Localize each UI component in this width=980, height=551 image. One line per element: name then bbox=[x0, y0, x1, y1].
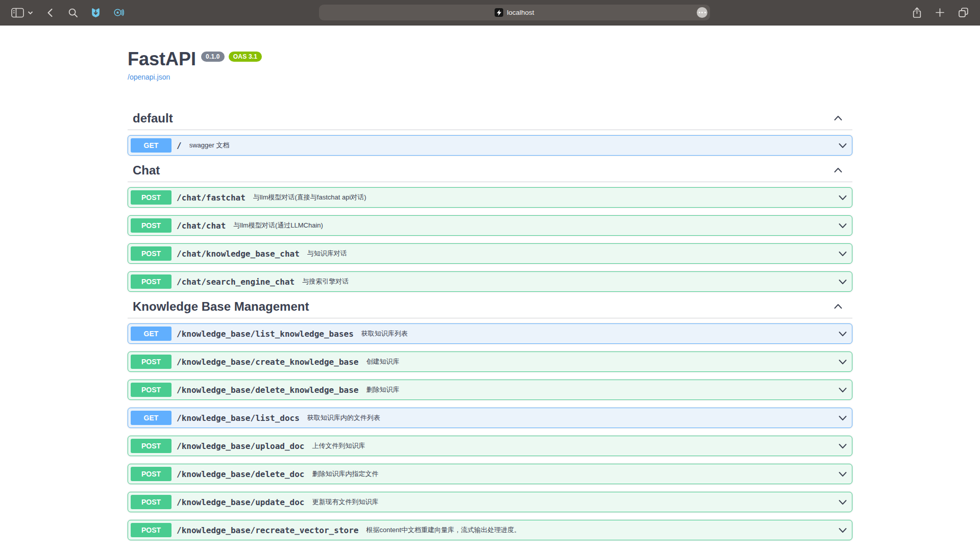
endpoint-path: /chat/search_engine_chat bbox=[177, 277, 295, 287]
api-tag-section: Knowledge Base Management GET /knowledge… bbox=[128, 299, 852, 540]
back-icon[interactable] bbox=[45, 8, 56, 18]
api-sections: default GET / swagger 文档 Chat bbox=[128, 111, 852, 540]
section-title: Chat bbox=[133, 163, 160, 178]
endpoint-description: 上传文件到知识库 bbox=[312, 441, 365, 450]
method-badge: POST bbox=[131, 190, 172, 205]
collapse-section-button[interactable] bbox=[833, 113, 843, 123]
endpoint-description: 与llm模型对话(通过LLMChain) bbox=[233, 221, 323, 230]
expand-endpoint-button[interactable] bbox=[838, 357, 848, 367]
endpoint-row[interactable]: GET /knowledge_base/list_knowledge_bases… bbox=[128, 323, 852, 344]
method-badge: POST bbox=[131, 467, 172, 481]
method-badge: POST bbox=[131, 439, 172, 453]
section-title: Knowledge Base Management bbox=[133, 299, 309, 314]
expand-endpoint-button[interactable] bbox=[838, 277, 848, 287]
endpoint-description: 删除知识库内指定文件 bbox=[312, 469, 378, 479]
endpoint-path: /knowledge_base/delete_knowledge_base bbox=[177, 385, 358, 395]
expand-endpoint-button[interactable] bbox=[838, 441, 848, 451]
endpoint-path: /knowledge_base/update_doc bbox=[177, 497, 304, 507]
endpoint-description: 根据content中文档重建向量库，流式输出处理进度。 bbox=[366, 525, 521, 535]
page-title: FastAPI bbox=[128, 49, 196, 69]
endpoint-path: /knowledge_base/delete_doc bbox=[177, 469, 304, 479]
endpoint-row[interactable]: POST /knowledge_base/delete_knowledge_ba… bbox=[128, 380, 852, 400]
expand-endpoint-button[interactable] bbox=[838, 497, 848, 507]
endpoint-description: 与llm模型对话(直接与fastchat api对话) bbox=[253, 193, 366, 202]
endpoint-row[interactable]: POST /chat/chat 与llm模型对话(通过LLMChain) bbox=[128, 215, 852, 236]
endpoint-path: /knowledge_base/recreate_vector_store bbox=[177, 525, 358, 535]
expand-endpoint-button[interactable] bbox=[838, 413, 848, 423]
section-operations: GET /knowledge_base/list_knowledge_bases… bbox=[128, 323, 852, 540]
method-badge: GET bbox=[131, 411, 172, 425]
method-badge: POST bbox=[131, 246, 172, 261]
endpoint-row[interactable]: POST /knowledge_base/update_doc 更新现有文件到知… bbox=[128, 492, 852, 512]
endpoint-path: /knowledge_base/list_knowledge_bases bbox=[177, 329, 354, 339]
oas-badge: OAS 3.1 bbox=[229, 52, 262, 62]
new-tab-icon[interactable] bbox=[935, 8, 945, 17]
endpoint-description: 更新现有文件到知识库 bbox=[312, 497, 378, 507]
endpoint-row[interactable]: GET / swagger 文档 bbox=[128, 135, 852, 156]
endpoint-description: 删除知识库 bbox=[366, 385, 399, 394]
expand-endpoint-button[interactable] bbox=[838, 248, 848, 259]
section-header[interactable]: Chat bbox=[128, 163, 852, 182]
expand-endpoint-button[interactable] bbox=[838, 192, 848, 203]
tab-overview-icon[interactable] bbox=[958, 7, 969, 18]
collapse-section-button[interactable] bbox=[833, 302, 843, 312]
expand-endpoint-button[interactable] bbox=[838, 469, 848, 479]
swagger-ui-page: FastAPI 0.1.0 OAS 3.1 /openapi.json defa… bbox=[0, 26, 980, 551]
api-tag-section: Chat POST /chat/fastchat 与llm模型对话(直接与fas… bbox=[128, 163, 852, 292]
endpoint-path: /knowledge_base/create_knowledge_base bbox=[177, 357, 358, 367]
endpoint-row[interactable]: POST /chat/search_engine_chat 与搜索引擎对话 bbox=[128, 271, 852, 292]
method-badge: POST bbox=[131, 355, 172, 369]
endpoint-description: 创建知识库 bbox=[366, 357, 399, 366]
method-badge: POST bbox=[131, 523, 172, 537]
collapse-section-button[interactable] bbox=[833, 165, 843, 176]
section-title: default bbox=[133, 111, 173, 126]
endpoint-path: /chat/fastchat bbox=[177, 193, 246, 203]
expand-endpoint-button[interactable] bbox=[838, 329, 848, 339]
extension-shield-download-icon[interactable] bbox=[90, 7, 101, 18]
expand-endpoint-button[interactable] bbox=[838, 220, 848, 231]
endpoint-path: /chat/chat bbox=[177, 221, 226, 231]
endpoint-row[interactable]: POST /knowledge_base/delete_doc 删除知识库内指定… bbox=[128, 464, 852, 484]
endpoint-path: /knowledge_base/list_docs bbox=[177, 413, 300, 423]
expand-endpoint-button[interactable] bbox=[838, 385, 848, 395]
site-favicon-icon bbox=[495, 8, 503, 17]
openapi-json-link[interactable]: /openapi.json bbox=[128, 73, 170, 81]
page-menu-ellipsis-icon[interactable] bbox=[697, 7, 707, 18]
share-icon[interactable] bbox=[912, 7, 922, 18]
method-badge: POST bbox=[131, 218, 172, 233]
version-badge: 0.1.0 bbox=[201, 52, 225, 62]
browser-toolbar: localhost bbox=[0, 0, 980, 26]
endpoint-path: /knowledge_base/upload_doc bbox=[177, 441, 304, 451]
section-header[interactable]: default bbox=[128, 111, 852, 130]
endpoint-description: swagger 文档 bbox=[189, 141, 230, 150]
api-info: FastAPI 0.1.0 OAS 3.1 /openapi.json bbox=[128, 49, 852, 82]
endpoint-row[interactable]: POST /knowledge_base/recreate_vector_sto… bbox=[128, 520, 852, 540]
sidebar-chevron-down-icon[interactable] bbox=[28, 11, 33, 15]
endpoint-row[interactable]: GET /knowledge_base/list_docs 获取知识库内的文件列… bbox=[128, 408, 852, 428]
address-bar-url: localhost bbox=[507, 9, 534, 16]
endpoint-row[interactable]: POST /knowledge_base/create_knowledge_ba… bbox=[128, 352, 852, 372]
section-operations: POST /chat/fastchat 与llm模型对话(直接与fastchat… bbox=[128, 187, 852, 292]
section-header[interactable]: Knowledge Base Management bbox=[128, 299, 852, 318]
expand-endpoint-button[interactable] bbox=[838, 140, 848, 151]
search-icon[interactable] bbox=[68, 8, 78, 18]
method-badge: GET bbox=[131, 327, 172, 341]
address-bar[interactable]: localhost bbox=[319, 5, 710, 20]
method-badge: POST bbox=[131, 383, 172, 397]
section-operations: GET / swagger 文档 bbox=[128, 135, 852, 156]
endpoint-description: 获取知识库列表 bbox=[361, 329, 408, 338]
method-badge: POST bbox=[131, 274, 172, 289]
endpoint-description: 与知识库对话 bbox=[307, 249, 347, 258]
endpoint-description: 与搜索引擎对话 bbox=[302, 277, 349, 286]
sidebar-toggle-icon[interactable] bbox=[11, 8, 24, 18]
endpoint-path: / bbox=[177, 141, 182, 151]
extension-rings-star-icon[interactable] bbox=[113, 7, 124, 18]
endpoint-row[interactable]: POST /chat/knowledge_base_chat 与知识库对话 bbox=[128, 243, 852, 264]
endpoint-path: /chat/knowledge_base_chat bbox=[177, 249, 300, 259]
method-badge: POST bbox=[131, 495, 172, 509]
api-tag-section: default GET / swagger 文档 bbox=[128, 111, 852, 156]
method-badge: GET bbox=[131, 138, 172, 153]
endpoint-row[interactable]: POST /chat/fastchat 与llm模型对话(直接与fastchat… bbox=[128, 187, 852, 208]
endpoint-row[interactable]: POST /knowledge_base/upload_doc 上传文件到知识库 bbox=[128, 436, 852, 456]
expand-endpoint-button[interactable] bbox=[838, 525, 848, 535]
